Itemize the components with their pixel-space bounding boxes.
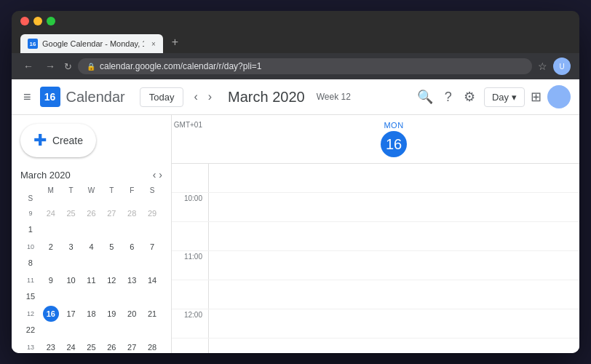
mini-day-label: T: [61, 186, 82, 194]
mini-week-number: 13: [20, 339, 41, 353]
next-date-button[interactable]: ›: [204, 87, 216, 106]
mini-calendar-day[interactable]: 9: [43, 272, 59, 288]
mini-calendar-day[interactable]: 15: [23, 288, 39, 304]
day-column-header: MON 16: [208, 121, 579, 157]
user-avatar[interactable]: [547, 85, 571, 108]
time-label: [172, 222, 208, 250]
mini-calendar-day[interactable]: 27: [124, 339, 140, 353]
create-event-button[interactable]: ✚ Create: [20, 124, 96, 157]
calendar-main-view: GMT+01 MON 16 10:0011:0012:0013:0014:001…: [172, 115, 579, 353]
mini-calendar-day[interactable]: 24: [43, 205, 59, 221]
address-field[interactable]: 🔒 calendar.google.com/calendar/r/day?pli…: [78, 58, 532, 74]
mini-calendar-weeks: 9242526272829110234567811910111213141512…: [20, 205, 162, 353]
time-slot[interactable]: [208, 251, 579, 280]
search-button[interactable]: 🔍: [414, 86, 436, 108]
mini-calendar-day[interactable]: 12: [103, 272, 119, 288]
mini-calendar-day[interactable]: 3: [63, 239, 79, 255]
time-slot[interactable]: [208, 339, 579, 353]
day-number-circle[interactable]: 16: [381, 131, 407, 157]
time-slot[interactable]: [208, 280, 579, 309]
mini-calendar-day[interactable]: 13: [124, 272, 140, 288]
mini-week-row: 1323242526272829: [20, 339, 162, 353]
mini-calendar-day[interactable]: 23: [43, 339, 59, 353]
mini-prev-button[interactable]: ‹: [153, 169, 156, 181]
new-tab-button[interactable]: +: [166, 31, 184, 53]
tab-close-button[interactable]: ×: [151, 40, 156, 48]
mini-calendar-day[interactable]: 18: [83, 306, 99, 322]
prev-date-button[interactable]: ‹: [189, 87, 202, 106]
mini-calendar-day[interactable]: 7: [144, 239, 160, 255]
mini-calendar-day[interactable]: 19: [103, 306, 119, 322]
mini-calendar-day[interactable]: 24: [63, 339, 79, 353]
time-slot[interactable]: [208, 164, 579, 192]
time-row: 12:00: [172, 309, 579, 339]
time-slot[interactable]: [208, 309, 579, 338]
mini-calendar-day[interactable]: 27: [103, 205, 119, 221]
mini-calendar-grid: MTWTFSS 92425262728291102345678119101112…: [20, 186, 162, 353]
time-label: 12:00: [172, 309, 208, 338]
mini-calendar-day[interactable]: 10: [63, 272, 79, 288]
mini-calendar: March 2020 ‹ › MTWTFSS 92425262728291102…: [20, 169, 162, 353]
browser-chrome: 16 Google Calendar - Monday, 16 ... × +: [12, 11, 579, 53]
mini-calendar-day[interactable]: 6: [124, 239, 140, 255]
time-slot[interactable]: [208, 193, 579, 221]
mini-calendar-day[interactable]: 2: [43, 239, 59, 255]
calendar-logo-text: Calendar: [66, 89, 125, 106]
time-label: [172, 339, 208, 353]
back-button[interactable]: ←: [20, 59, 36, 74]
mini-calendar-day[interactable]: 4: [83, 239, 99, 255]
settings-button[interactable]: ⚙: [461, 86, 478, 108]
mini-next-button[interactable]: ›: [159, 169, 162, 181]
browser-profile-avatar[interactable]: U: [553, 58, 571, 75]
maximize-window-button[interactable]: [47, 17, 55, 25]
mini-day-label: F: [122, 186, 142, 194]
mini-week-row: 119101112131415: [20, 272, 162, 304]
mini-calendar-day[interactable]: 28: [124, 205, 140, 221]
time-row: [172, 222, 579, 251]
bookmark-icon[interactable]: ☆: [538, 60, 547, 72]
mini-calendar-day[interactable]: 25: [63, 205, 79, 221]
calendar-header: ≡ 16 Calendar Today ‹ › March 2020 Week …: [12, 79, 579, 115]
mini-calendar-day[interactable]: 22: [23, 322, 39, 338]
mini-calendar-day[interactable]: 11: [83, 272, 99, 288]
grid-view-button[interactable]: ⊞: [531, 89, 542, 105]
active-tab[interactable]: 16 Google Calendar - Monday, 16 ... ×: [20, 34, 163, 53]
minimize-window-button[interactable]: [33, 17, 42, 25]
create-label: Create: [52, 135, 83, 146]
mini-day-label: W: [82, 186, 102, 194]
help-button[interactable]: ?: [442, 87, 455, 108]
time-label: [172, 280, 208, 309]
gmt-label: GMT+01: [172, 121, 208, 157]
forward-button[interactable]: →: [42, 59, 58, 74]
mini-calendar-day[interactable]: 21: [144, 306, 160, 322]
time-label: [172, 164, 208, 192]
time-row: 11:00: [172, 251, 579, 280]
tabs-bar: 16 Google Calendar - Monday, 16 ... × +: [20, 31, 571, 53]
mini-calendar-day[interactable]: 20: [124, 306, 140, 322]
traffic-lights: [20, 17, 571, 25]
mini-calendar-day[interactable]: 29: [144, 205, 160, 221]
time-grid: 10:0011:0012:0013:0014:0015:0016:0017:00…: [172, 164, 579, 353]
today-button[interactable]: Today: [140, 87, 184, 107]
view-selector[interactable]: Day ▾: [484, 87, 525, 107]
mini-calendar-day[interactable]: 8: [23, 255, 39, 271]
mini-calendar-day[interactable]: 28: [144, 339, 160, 353]
mini-calendar-day[interactable]: 25: [83, 339, 99, 353]
time-slot[interactable]: [208, 222, 579, 250]
mini-week-number: 12: [20, 306, 41, 322]
day-name: MON: [208, 121, 579, 130]
calendar-body: ✚ Create March 2020 ‹ › MTWTFSS 9242526: [12, 115, 579, 353]
mini-calendar-day[interactable]: 1: [23, 221, 39, 237]
lock-icon: 🔒: [87, 63, 95, 71]
mini-calendar-day[interactable]: 16: [43, 306, 59, 322]
reload-button[interactable]: ↻: [64, 61, 72, 72]
browser-action-buttons: ☆ U: [538, 58, 571, 75]
mini-calendar-day[interactable]: 26: [83, 205, 99, 221]
mini-calendar-day[interactable]: 5: [103, 239, 119, 255]
mini-calendar-day[interactable]: 17: [63, 306, 79, 322]
mini-calendar-day[interactable]: 14: [144, 272, 160, 288]
tab-favicon: 16: [28, 39, 38, 49]
mini-calendar-day[interactable]: 26: [103, 339, 119, 353]
close-window-button[interactable]: [20, 17, 29, 25]
hamburger-menu-button[interactable]: ≡: [20, 87, 34, 108]
